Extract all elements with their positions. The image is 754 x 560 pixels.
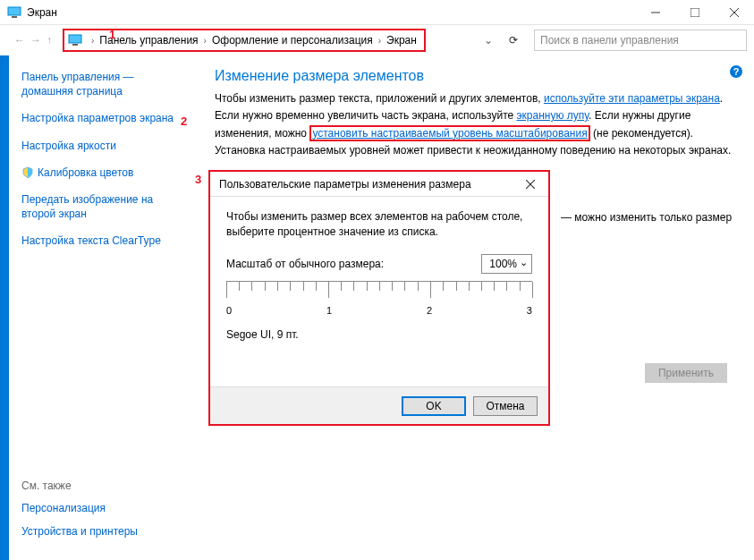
breadcrumb-bar[interactable]: › Панель управления › Оформление и персо… <box>63 29 426 52</box>
monitor-icon <box>7 5 21 20</box>
scale-select[interactable]: 100% <box>481 254 532 274</box>
sidebar-devices-printers[interactable]: Устройства и принтеры <box>21 524 138 539</box>
dialog-intro: Чтобы изменить размер всех элементов на … <box>226 209 532 240</box>
svg-text:?: ? <box>733 66 740 77</box>
left-edge-bar <box>0 55 9 560</box>
sidebar-item-calibrate[interactable]: Калибровка цветов <box>38 165 133 180</box>
chevron-right-icon: › <box>378 36 381 46</box>
forward-button[interactable]: → <box>30 34 41 47</box>
close-button[interactable] <box>715 0 754 25</box>
dialog-close-button[interactable] <box>513 172 548 197</box>
apply-button[interactable]: Применить <box>645 363 727 383</box>
breadcrumb-item[interactable]: Оформление и персонализация <box>212 34 373 47</box>
annotation-3: 3 <box>195 173 201 186</box>
content-paragraph: Установка настраиваемых уровней может пр… <box>215 143 736 158</box>
link-custom-scale[interactable]: установить настраиваемый уровень масштаб… <box>309 125 589 141</box>
sidebar-item-brightness[interactable]: Настройка яркости <box>21 139 184 153</box>
ok-button[interactable]: OK <box>402 396 466 416</box>
chevron-right-icon: › <box>91 36 94 46</box>
content-text-fragment: — можно изменить только размер <box>561 211 732 224</box>
scale-label: Масштаб от обычного размера: <box>226 258 384 270</box>
content-paragraph: Если нужно временно увеличить часть экра… <box>215 108 736 123</box>
sidebar-personalization[interactable]: Персонализация <box>21 501 138 515</box>
chevron-right-icon: › <box>204 36 207 46</box>
dialog-title: Пользовательские параметры изменения раз… <box>219 178 471 191</box>
minimize-button[interactable] <box>636 0 675 25</box>
svg-rect-7 <box>72 44 78 46</box>
back-button[interactable]: ← <box>14 34 25 47</box>
custom-scale-dialog: Пользовательские параметры изменения раз… <box>208 170 550 426</box>
annotation-2: 2 <box>181 115 187 128</box>
svg-rect-1 <box>12 16 17 18</box>
see-also-heading: См. также <box>21 479 138 492</box>
page-heading: Изменение размера элементов <box>215 68 736 84</box>
content-paragraph: изменения, можно установить настраиваемы… <box>215 126 736 141</box>
window-title: Экран <box>27 6 636 19</box>
maximize-button[interactable] <box>675 0 715 25</box>
link-magnifier[interactable]: экранную лупу <box>517 109 589 122</box>
font-sample: Segoe UI, 9 пт. <box>226 328 532 341</box>
shield-icon <box>21 166 34 179</box>
refresh-button[interactable]: ⟳ <box>502 34 525 47</box>
annotation-1: 1 <box>109 28 115 41</box>
sidebar-home[interactable]: Панель управления — домашняя страница <box>21 70 184 98</box>
ruler-control[interactable] <box>226 281 532 303</box>
svg-rect-6 <box>69 35 81 43</box>
svg-rect-0 <box>8 7 21 15</box>
up-button[interactable]: ↑ <box>47 34 52 47</box>
breadcrumb-item[interactable]: Экран <box>386 34 417 47</box>
link-display-settings[interactable]: используйте эти параметры экрана <box>544 92 720 105</box>
monitor-icon <box>68 33 82 47</box>
content-paragraph: Чтобы изменить размер текста, приложений… <box>215 91 736 106</box>
ruler-labels: 0 1 2 3 <box>226 305 532 316</box>
help-icon[interactable]: ? <box>729 64 743 79</box>
sidebar-item-project[interactable]: Передать изображение на второй экран <box>21 192 184 221</box>
address-dropdown[interactable]: ⌄ <box>479 34 498 47</box>
sidebar-item-display-settings[interactable]: Настройка параметров экрана <box>21 111 184 125</box>
search-input[interactable]: Поиск в панели управления <box>534 30 747 51</box>
svg-rect-3 <box>690 8 699 17</box>
cancel-button[interactable]: Отмена <box>473 396 538 416</box>
sidebar-item-cleartype[interactable]: Настройка текста ClearType <box>21 233 184 248</box>
